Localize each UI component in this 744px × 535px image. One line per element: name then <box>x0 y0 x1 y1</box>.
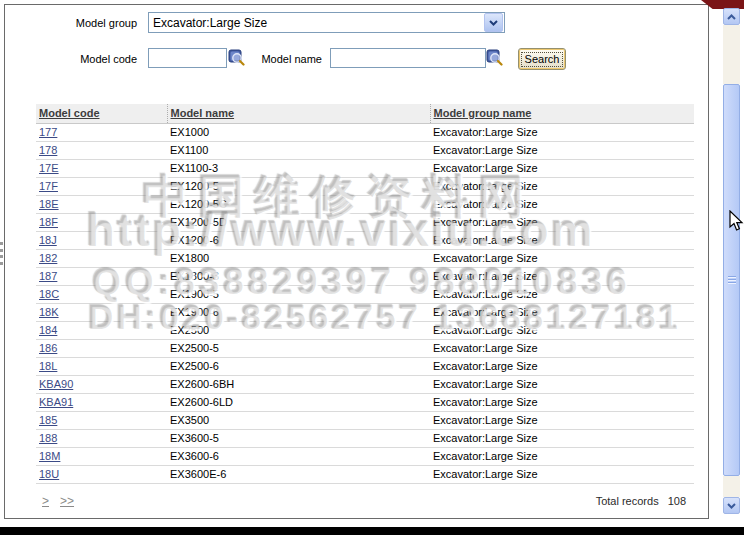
model-name-cell: EX1900-6 <box>167 303 430 321</box>
table-row: KBA90 EX2600-6BH Excavator:Large Size <box>36 375 694 393</box>
model-name-cell: EX3600-6 <box>167 447 430 465</box>
scroll-down-icon[interactable] <box>723 497 740 514</box>
table-row: 185 EX3500 Excavator:Large Size <box>36 411 694 429</box>
search-button[interactable]: Search <box>518 48 566 70</box>
table-row: 18F EX1200-5D Excavator:Large Size <box>36 213 694 231</box>
model-name-input[interactable] <box>330 48 486 68</box>
model-group-selected-value: Excavator:Large Size <box>149 16 483 30</box>
table-row: 18M EX3600-6 Excavator:Large Size <box>36 447 694 465</box>
model-code-link[interactable]: 184 <box>39 324 57 336</box>
model-name-cell: EX2600-6BH <box>167 375 430 393</box>
model-group-cell: Excavator:Large Size <box>430 447 694 465</box>
model-group-cell: Excavator:Large Size <box>430 321 694 339</box>
model-group-cell: Excavator:Large Size <box>430 249 694 267</box>
side-grip <box>0 242 3 265</box>
model-code-label: Model code <box>45 53 137 65</box>
model-name-cell: EX1900-5 <box>167 285 430 303</box>
model-group-cell: Excavator:Large Size <box>430 465 694 483</box>
model-code-link[interactable]: 187 <box>39 270 57 282</box>
table-row: 18K EX1900-6 Excavator:Large Size <box>36 303 694 321</box>
table-row: 18L EX2500-6 Excavator:Large Size <box>36 357 694 375</box>
model-group-cell: Excavator:Large Size <box>430 177 694 195</box>
table-row: 18J EX1200-6 Excavator:Large Size <box>36 231 694 249</box>
model-name-cell: EX1800-3 <box>167 267 430 285</box>
model-code-link[interactable]: 182 <box>39 252 57 264</box>
scrollbar-thumb[interactable] <box>723 84 740 476</box>
scrollbar-grip-icon <box>728 276 736 285</box>
scrollbar-track-upper[interactable] <box>723 25 740 84</box>
model-name-cell: EX1000 <box>167 123 430 141</box>
table-row: 17E EX1100-3 Excavator:Large Size <box>36 159 694 177</box>
model-name-cell: EX1200-6 <box>167 231 430 249</box>
model-code-link[interactable]: 18C <box>39 288 59 300</box>
vertical-scrollbar[interactable] <box>723 8 740 514</box>
model-code-link[interactable]: 18J <box>39 234 57 246</box>
model-code-link[interactable]: 17E <box>39 162 59 174</box>
model-name-cell: EX1100 <box>167 141 430 159</box>
table-row: 18U EX3600E-6 Excavator:Large Size <box>36 465 694 483</box>
model-group-cell: Excavator:Large Size <box>430 141 694 159</box>
model-name-cell: EX1200-5 <box>167 177 430 195</box>
table-row: 188 EX3600-5 Excavator:Large Size <box>36 429 694 447</box>
total-records-value: 108 <box>668 495 686 507</box>
model-code-link[interactable]: 186 <box>39 342 57 354</box>
model-name-cell: EX1200-5C <box>167 195 430 213</box>
model-group-label: Model group <box>45 17 137 29</box>
model-name-cell: EX2600-6LD <box>167 393 430 411</box>
total-records-label: Total records <box>596 495 659 507</box>
model-code-link[interactable]: 188 <box>39 432 57 444</box>
model-group-cell: Excavator:Large Size <box>430 195 694 213</box>
model-name-label: Model name <box>240 53 322 65</box>
model-group-cell: Excavator:Large Size <box>430 429 694 447</box>
model-name-cell: EX1100-3 <box>167 159 430 177</box>
model-name-cell: EX1200-5D <box>167 213 430 231</box>
table-row: 178 EX1100 Excavator:Large Size <box>36 141 694 159</box>
model-group-cell: Excavator:Large Size <box>430 357 694 375</box>
model-code-link[interactable]: 178 <box>39 144 57 156</box>
model-group-cell: Excavator:Large Size <box>430 267 694 285</box>
header-model-group-name[interactable]: Model group name <box>430 104 694 123</box>
model-code-link[interactable]: 177 <box>39 126 57 138</box>
table-row: KBA91 EX2600-6LD Excavator:Large Size <box>36 393 694 411</box>
table-row: 18C EX1900-5 Excavator:Large Size <box>36 285 694 303</box>
model-group-cell: Excavator:Large Size <box>430 285 694 303</box>
model-code-link[interactable]: 18L <box>39 360 57 372</box>
model-table: Model code Model name Model group name 1… <box>36 104 694 484</box>
table-row: 17F EX1200-5 Excavator:Large Size <box>36 177 694 195</box>
model-code-input[interactable] <box>148 48 227 68</box>
model-code-link[interactable]: KBA91 <box>39 396 73 408</box>
model-name-cell: EX3600E-6 <box>167 465 430 483</box>
table-row: 184 EX2500 Excavator:Large Size <box>36 321 694 339</box>
model-code-link[interactable]: 18U <box>39 468 59 480</box>
model-group-cell: Excavator:Large Size <box>430 123 694 141</box>
scrollbar-track-lower[interactable] <box>723 476 740 497</box>
model-code-link[interactable]: 18K <box>39 306 59 318</box>
app-screen: Model group Excavator:Large Size Model c… <box>0 0 744 535</box>
model-name-cell: EX3600-5 <box>167 429 430 447</box>
model-code-link[interactable]: 18E <box>39 198 59 210</box>
model-group-select[interactable]: Excavator:Large Size <box>148 12 505 33</box>
model-group-cell: Excavator:Large Size <box>430 303 694 321</box>
table-row: 18E EX1200-5C Excavator:Large Size <box>36 195 694 213</box>
bottom-bar <box>0 527 744 535</box>
table-row: 187 EX1800-3 Excavator:Large Size <box>36 267 694 285</box>
model-code-link[interactable]: 18F <box>39 216 58 228</box>
chevron-down-icon[interactable] <box>484 13 503 32</box>
table-row: 186 EX2500-5 Excavator:Large Size <box>36 339 694 357</box>
header-model-code[interactable]: Model code <box>36 104 167 123</box>
model-code-link[interactable]: KBA90 <box>39 378 73 390</box>
model-name-cell: EX3500 <box>167 411 430 429</box>
header-model-name[interactable]: Model name <box>167 104 430 123</box>
model-name-cell: EX2500-5 <box>167 339 430 357</box>
model-group-cell: Excavator:Large Size <box>430 393 694 411</box>
next-page-link[interactable]: > <box>42 494 49 508</box>
table-row: 182 EX1800 Excavator:Large Size <box>36 249 694 267</box>
model-code-link[interactable]: 18M <box>39 450 60 462</box>
model-group-cell: Excavator:Large Size <box>430 375 694 393</box>
last-page-link[interactable]: >> <box>60 494 74 508</box>
scroll-up-icon[interactable] <box>723 8 740 25</box>
model-group-cell: Excavator:Large Size <box>430 411 694 429</box>
model-code-link[interactable]: 185 <box>39 414 57 426</box>
model-code-link[interactable]: 17F <box>39 180 58 192</box>
model-name-find-icon[interactable] <box>486 49 503 66</box>
